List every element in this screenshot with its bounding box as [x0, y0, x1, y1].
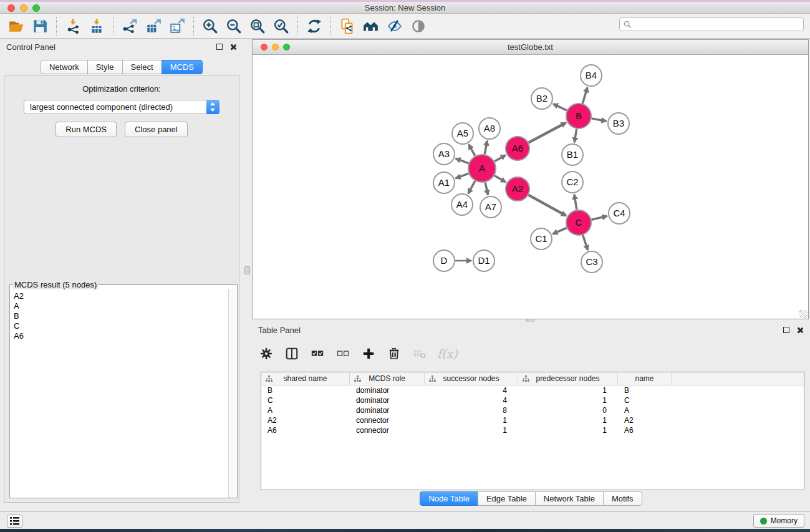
result-scrollbar[interactable]: [228, 289, 237, 498]
column-label: shared name: [283, 374, 327, 383]
edge-A-A2[interactable]: [494, 176, 506, 182]
zoom-in-icon[interactable]: [201, 17, 219, 35]
task-history-button[interactable]: [7, 515, 22, 528]
attribute-type-icon: [429, 375, 436, 384]
import-table-icon[interactable]: [88, 17, 105, 35]
network-window-titlebar[interactable]: testGlobe.txt: [253, 40, 808, 55]
edge-A-A7[interactable]: [485, 182, 488, 195]
export-image-icon[interactable]: [168, 17, 186, 35]
node-label-C2: C2: [566, 177, 578, 187]
tab-edge-table[interactable]: Edge Table: [478, 491, 536, 506]
edge-A2-C[interactable]: [529, 195, 566, 216]
add-column-icon[interactable]: [360, 346, 377, 362]
export-table-icon[interactable]: [145, 17, 162, 35]
result-item[interactable]: C: [14, 321, 224, 331]
zoom-fit-icon[interactable]: [249, 17, 266, 35]
edge-C-C3[interactable]: [583, 235, 588, 250]
node-label-C: C: [576, 217, 582, 228]
float-panel-icon[interactable]: [216, 44, 223, 50]
tab-network-table[interactable]: Network Table: [535, 491, 604, 506]
refresh-icon[interactable]: [306, 17, 323, 35]
cell: dominator: [350, 405, 425, 415]
column-header-successor-nodes[interactable]: successor nodes: [425, 372, 518, 385]
clone-network-icon[interactable]: [339, 17, 356, 35]
window-resize-grip[interactable]: [799, 310, 808, 318]
table-row[interactable]: Adominator80A: [261, 405, 804, 415]
function-builder-icon[interactable]: f(x): [437, 346, 458, 362]
edge-A-A1[interactable]: [456, 173, 469, 178]
cell: A2: [618, 415, 672, 425]
search-field[interactable]: [619, 17, 804, 31]
table-tabs: Node TableEdge TableNetwork TableMotifs: [252, 491, 810, 506]
edge-C-C4[interactable]: [591, 216, 607, 220]
show-columns-icon[interactable]: [284, 346, 300, 362]
tab-motifs[interactable]: Motifs: [603, 491, 642, 506]
network-canvas[interactable]: A5A8A6A3B2B4BB3B1AA1A2C2A4A7CC4C1C3DD1: [253, 56, 808, 319]
network-graph[interactable]: A5A8A6A3B2B4BB3B1AA1A2C2A4A7CC4C1C3DD1: [253, 56, 808, 319]
cell: 1: [518, 395, 618, 405]
run-mcds-button[interactable]: Run MCDS: [55, 122, 117, 137]
tab-select[interactable]: Select: [122, 60, 162, 74]
search-input[interactable]: [632, 20, 799, 29]
export-network-icon[interactable]: [121, 17, 138, 35]
tab-network[interactable]: Network: [41, 60, 88, 74]
home-layout-icon[interactable]: [362, 17, 380, 35]
column-label: name: [635, 374, 653, 383]
column-header-name[interactable]: name: [618, 372, 672, 385]
column-header-predecessor-nodes[interactable]: predecessor nodes: [518, 372, 618, 385]
table-options-gear-icon[interactable]: [258, 346, 274, 362]
network-window-title: testGlobe.txt: [253, 42, 808, 52]
import-network-icon[interactable]: [64, 17, 82, 35]
criterion-dropdown[interactable]: largest connected component (directed): [24, 100, 219, 114]
zoom-selected-icon[interactable]: [272, 17, 290, 35]
table-float-panel-icon[interactable]: [783, 327, 789, 333]
column-header-mcds-role[interactable]: MCDS role: [350, 372, 425, 385]
edge-B-B1[interactable]: [574, 129, 576, 143]
table-panel-header: Table Panel: [252, 322, 810, 338]
edge-A-A6[interactable]: [494, 155, 506, 162]
criterion-value: largest connected component (directed): [30, 102, 173, 112]
table-row[interactable]: A2connector11A2: [261, 415, 804, 425]
edge-B-B4[interactable]: [582, 87, 587, 104]
unselect-all-columns-icon[interactable]: [335, 346, 351, 362]
delete-table-icon[interactable]: [412, 346, 428, 362]
node-label-B: B: [576, 110, 582, 121]
vertical-splitter-grip[interactable]: [244, 266, 250, 274]
edge-A-A5[interactable]: [469, 144, 475, 155]
save-session-icon[interactable]: [31, 17, 49, 35]
tab-style[interactable]: Style: [87, 60, 123, 74]
result-item[interactable]: A2: [14, 291, 224, 301]
tab-mcds[interactable]: MCDS: [162, 60, 203, 74]
result-item[interactable]: A6: [14, 331, 224, 341]
table-row[interactable]: Bdominator41B: [261, 385, 804, 395]
memory-button[interactable]: Memory: [753, 514, 804, 528]
table-row[interactable]: Cdominator41C: [261, 395, 804, 405]
edge-B-B3[interactable]: [592, 118, 607, 121]
open-session-icon[interactable]: [7, 17, 25, 35]
close-panel-button[interactable]: Close panel: [125, 122, 188, 137]
cell: 1: [518, 425, 618, 435]
tab-node-table[interactable]: Node Table: [420, 491, 478, 506]
edge-B-B2[interactable]: [553, 104, 567, 110]
attribute-type-icon: [523, 375, 529, 384]
table-row[interactable]: A6connector11A6: [261, 425, 804, 435]
hide-labels-icon[interactable]: [386, 17, 403, 35]
edge-A-A3[interactable]: [456, 158, 469, 163]
cell: 1: [425, 425, 518, 435]
desktop-wallpaper-bottom: [0, 529, 810, 532]
result-item[interactable]: A: [14, 301, 224, 311]
edge-A6-B[interactable]: [529, 123, 566, 143]
edge-A-A8[interactable]: [485, 141, 487, 155]
result-item[interactable]: B: [14, 311, 224, 321]
edge-A-A4[interactable]: [468, 181, 475, 193]
edge-C-C1[interactable]: [552, 228, 566, 234]
delete-column-icon[interactable]: [386, 346, 402, 362]
table-close-panel-icon[interactable]: [797, 327, 804, 334]
select-all-columns-icon[interactable]: [309, 346, 325, 362]
zoom-out-icon[interactable]: [225, 17, 243, 35]
column-header-shared-name[interactable]: shared name: [261, 372, 350, 385]
show-graphics-icon[interactable]: [410, 17, 427, 35]
attribute-type-icon: [266, 375, 272, 384]
close-panel-icon[interactable]: [230, 44, 237, 51]
edge-C-C2[interactable]: [574, 195, 577, 210]
